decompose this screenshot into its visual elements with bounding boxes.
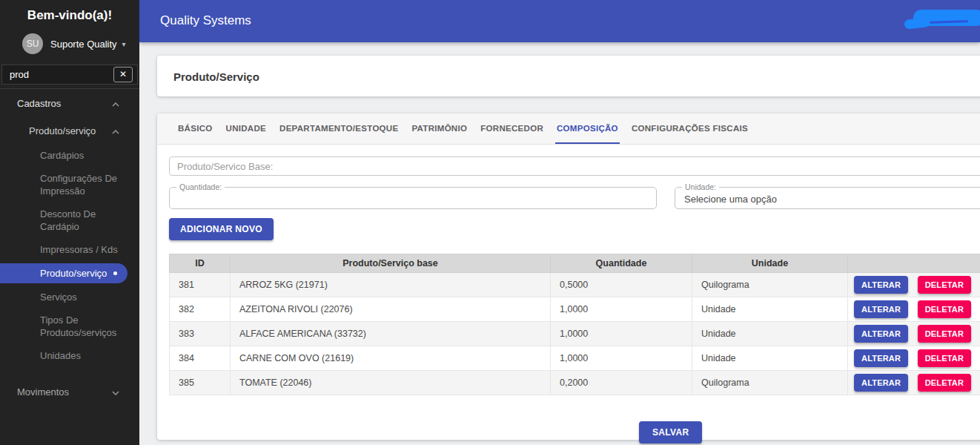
tab-basico[interactable]: BÁSICO bbox=[176, 113, 214, 144]
tab-composicao[interactable]: COMPOSIÇÃO bbox=[555, 113, 620, 144]
sidebar-item-cardapios[interactable]: Cardápios bbox=[0, 144, 139, 167]
tab-configuracoes-fiscais[interactable]: CONFIGURAÇÕES FISCAIS bbox=[630, 113, 749, 144]
sidebar-section-cadastros[interactable]: Cadastros bbox=[0, 89, 139, 118]
page-title-card: Produto/Serviço bbox=[157, 56, 980, 96]
sidebar-item-unidades[interactable]: Unidades bbox=[0, 344, 139, 367]
table-row: 382 AZEITONA RIVOLI (22076) 1,0000 Unida… bbox=[170, 297, 980, 322]
table-row: 384 CARNE COM OVO (21619) 1,0000 Unidade… bbox=[170, 346, 980, 371]
col-header-unidade: Unidade bbox=[692, 254, 848, 273]
sidebar-item-desconto-de-cardapio[interactable]: Desconto De Cardápio bbox=[0, 202, 139, 238]
col-header-actions bbox=[848, 254, 980, 273]
table-row: 381 ARROZ 5KG (21971) 0,5000 Quilograma … bbox=[170, 273, 980, 297]
sidebar-group-produto-servico[interactable]: Produto/serviço bbox=[0, 118, 139, 144]
alterar-button[interactable]: ALTERAR bbox=[854, 300, 908, 318]
deletar-button[interactable]: DELETAR bbox=[918, 276, 972, 294]
user-name: Suporte Quality bbox=[50, 39, 117, 50]
chevron-up-icon bbox=[112, 98, 119, 109]
chevron-up-icon bbox=[112, 125, 119, 136]
col-header-produto: Produto/Serviço base bbox=[231, 254, 551, 273]
main-area: Produto/Serviço BÁSICO UNIDADE DEPARTAME… bbox=[139, 42, 980, 445]
sidebar-item-configuracoes-de-impressao[interactable]: Configurações De Impressão bbox=[0, 167, 139, 202]
sidebar-item-impressoras-kds[interactable]: Impressoras / Kds bbox=[0, 238, 139, 261]
cell-unidade: Quilograma bbox=[692, 371, 848, 395]
table-row: 385 TOMATE (22046) 0,2000 Quilograma ALT… bbox=[170, 371, 980, 395]
unidade-label: Unidade: bbox=[682, 182, 719, 191]
quantidade-field[interactable]: Quantidade: bbox=[169, 187, 657, 209]
cell-quantidade: 0,2000 bbox=[551, 371, 692, 395]
cell-unidade: Unidade bbox=[692, 322, 848, 346]
avatar: SU bbox=[22, 33, 43, 54]
deletar-button[interactable]: DELETAR bbox=[918, 374, 972, 392]
alterar-button[interactable]: ALTERAR bbox=[854, 349, 908, 367]
salvar-button[interactable]: SALVAR bbox=[639, 421, 702, 444]
cell-produto: ARROZ 5KG (21971) bbox=[231, 273, 551, 297]
tab-fornecedor[interactable]: FORNECEDOR bbox=[479, 113, 545, 144]
composicao-table: ID Produto/Serviço base Quantidade Unida… bbox=[169, 254, 980, 395]
adicionar-novo-button[interactable]: ADICIONAR NOVO bbox=[169, 218, 274, 240]
sidebar: Bem-vindo(a)! SU Suporte Quality ▾ ✕ Cad… bbox=[0, 0, 139, 445]
chevron-down-icon: ▾ bbox=[122, 40, 126, 48]
cell-unidade: Quilograma bbox=[692, 273, 848, 297]
cell-id: 384 bbox=[170, 346, 231, 371]
alterar-button[interactable]: ALTERAR bbox=[854, 276, 908, 294]
page-title: Produto/Serviço bbox=[157, 56, 980, 83]
clear-search-button[interactable]: ✕ bbox=[113, 67, 133, 82]
produto-servico-base-input[interactable] bbox=[169, 156, 980, 176]
cell-id: 382 bbox=[170, 297, 231, 322]
col-header-id: ID bbox=[170, 254, 231, 273]
redaction-scribble bbox=[913, 10, 980, 26]
chevron-down-icon bbox=[112, 386, 119, 398]
table-header-row: ID Produto/Serviço base Quantidade Unida… bbox=[170, 254, 980, 273]
unidade-selected-value: Selecione uma opção bbox=[675, 188, 980, 205]
cell-quantidade: 1,0000 bbox=[551, 297, 692, 322]
group-label: Produto/serviço bbox=[29, 125, 96, 136]
table-row: 383 ALFACE AMERICANA (33732) 1,0000 Unid… bbox=[170, 322, 980, 346]
sidebar-item-produto-servico[interactable]: Produto/serviço bbox=[0, 263, 128, 283]
deletar-button[interactable]: DELETAR bbox=[918, 300, 972, 318]
sidebar-item-tipos-de-produtos-servicos[interactable]: Tipos De Produtos/serviços bbox=[0, 309, 139, 344]
sidebar-item-servicos[interactable]: Serviços bbox=[0, 286, 139, 309]
unidade-select[interactable]: Unidade: Selecione uma opção bbox=[675, 187, 980, 209]
sidebar-section-movimentos[interactable]: Movimentos bbox=[0, 378, 139, 406]
col-header-quantidade: Quantidade bbox=[551, 254, 692, 273]
quantidade-label: Quantidade: bbox=[176, 182, 225, 191]
user-menu[interactable]: SU Suporte Quality ▾ bbox=[0, 23, 139, 62]
cell-quantidade: 1,0000 bbox=[551, 322, 692, 346]
alterar-button[interactable]: ALTERAR bbox=[854, 325, 908, 343]
app-title: Quality Systems bbox=[139, 0, 980, 28]
content-card: BÁSICO UNIDADE DEPARTAMENTO/ESTOQUE PATR… bbox=[157, 113, 980, 440]
welcome-title: Bem-vindo(a)! bbox=[0, 0, 139, 23]
tab-unidade[interactable]: UNIDADE bbox=[225, 113, 268, 144]
cell-id: 381 bbox=[170, 273, 231, 297]
cell-produto: CARNE COM OVO (21619) bbox=[231, 346, 551, 371]
tab-patrimonio[interactable]: PATRIMÔNIO bbox=[410, 113, 469, 144]
cell-quantidade: 1,0000 bbox=[551, 346, 692, 371]
active-item-label: Produto/serviço bbox=[40, 267, 107, 280]
cell-unidade: Unidade bbox=[692, 297, 848, 322]
active-dot-icon bbox=[113, 271, 117, 275]
cell-produto: AZEITONA RIVOLI (22076) bbox=[231, 297, 551, 322]
alterar-button[interactable]: ALTERAR bbox=[854, 374, 908, 392]
quantidade-input[interactable] bbox=[170, 188, 656, 208]
cell-produto: TOMATE (22046) bbox=[231, 371, 551, 395]
section-label: Movimentos bbox=[17, 386, 69, 398]
topbar: Quality Systems bbox=[139, 0, 980, 42]
cell-quantidade: 0,5000 bbox=[551, 273, 692, 297]
cell-produto: ALFACE AMERICANA (33732) bbox=[231, 322, 551, 346]
tab-departamento-estoque[interactable]: DEPARTAMENTO/ESTOQUE bbox=[278, 113, 400, 144]
deletar-button[interactable]: DELETAR bbox=[918, 349, 972, 367]
cell-unidade: Unidade bbox=[692, 346, 848, 371]
section-label: Cadastros bbox=[17, 98, 61, 109]
cell-id: 385 bbox=[170, 371, 231, 395]
deletar-button[interactable]: DELETAR bbox=[918, 325, 972, 343]
tab-bar: BÁSICO UNIDADE DEPARTAMENTO/ESTOQUE PATR… bbox=[157, 113, 980, 145]
cell-id: 383 bbox=[170, 322, 231, 346]
